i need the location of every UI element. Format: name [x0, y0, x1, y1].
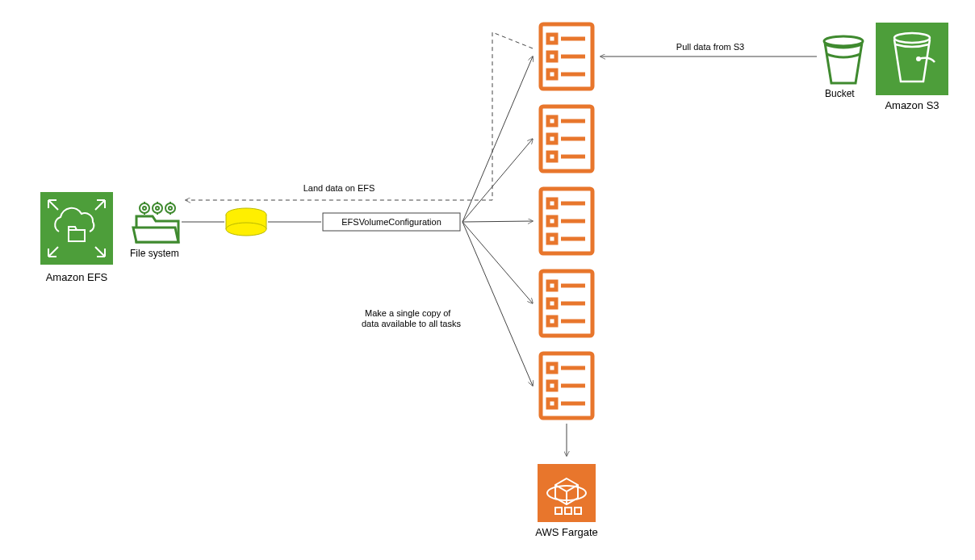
svg-rect-45 [548, 299, 556, 307]
svg-point-7 [169, 207, 172, 210]
svg-line-56 [462, 56, 533, 222]
pull-data-label: Pull data from S3 [676, 42, 744, 52]
svg-rect-26 [548, 70, 556, 78]
svg-rect-22 [548, 35, 556, 43]
s3-tile [876, 23, 948, 95]
svg-point-3 [143, 207, 146, 210]
svg-rect-40 [548, 235, 556, 243]
task-icon [541, 189, 592, 253]
single-copy-label-l1: Make a single copy of [365, 308, 451, 318]
svg-point-4 [153, 203, 162, 213]
config-to-tasks-arrows [462, 56, 533, 386]
disk-icon [226, 208, 266, 236]
svg-line-57 [462, 139, 533, 222]
land-data-path [186, 32, 533, 200]
s3-label: Amazon S3 [885, 99, 939, 111]
svg-rect-38 [548, 217, 556, 225]
architecture-diagram: Amazon EFS File system EFSVolumeConf [0, 0, 975, 560]
task-icons-group [541, 24, 592, 418]
svg-rect-43 [548, 282, 556, 290]
svg-text:EFSVolumeConfiguration: EFSVolumeConfiguration [341, 217, 441, 227]
bucket-icon [824, 36, 863, 83]
efs-volume-config-box: EFSVolumeConfiguration [323, 213, 460, 231]
task-icon [541, 24, 592, 89]
svg-point-61 [824, 36, 863, 46]
svg-line-58 [462, 221, 533, 222]
task-icon [541, 353, 592, 418]
svg-rect-29 [548, 117, 556, 125]
svg-rect-52 [548, 382, 556, 390]
svg-rect-36 [548, 199, 556, 207]
bucket-label: Bucket [825, 88, 855, 99]
fargate-label: AWS Fargate [535, 526, 598, 538]
task-icon [541, 271, 592, 336]
svg-rect-50 [548, 364, 556, 372]
svg-point-18 [226, 223, 266, 236]
svg-line-60 [462, 222, 533, 386]
efs-tile [40, 192, 113, 265]
task-icon [541, 107, 592, 171]
svg-point-2 [140, 203, 149, 213]
svg-rect-54 [548, 399, 556, 407]
svg-point-6 [165, 203, 175, 213]
svg-rect-33 [548, 153, 556, 161]
svg-rect-24 [548, 52, 556, 61]
fargate-tile [538, 464, 596, 522]
svg-line-59 [462, 222, 533, 303]
land-data-label: Land data on EFS [303, 183, 375, 193]
svg-point-5 [156, 207, 159, 210]
svg-rect-47 [548, 317, 556, 325]
file-system-label: File system [130, 248, 179, 259]
svg-rect-31 [548, 135, 556, 143]
single-copy-label-l2: data available to all tasks [362, 319, 461, 328]
file-system-icon [133, 202, 178, 242]
efs-label: Amazon EFS [46, 271, 108, 283]
